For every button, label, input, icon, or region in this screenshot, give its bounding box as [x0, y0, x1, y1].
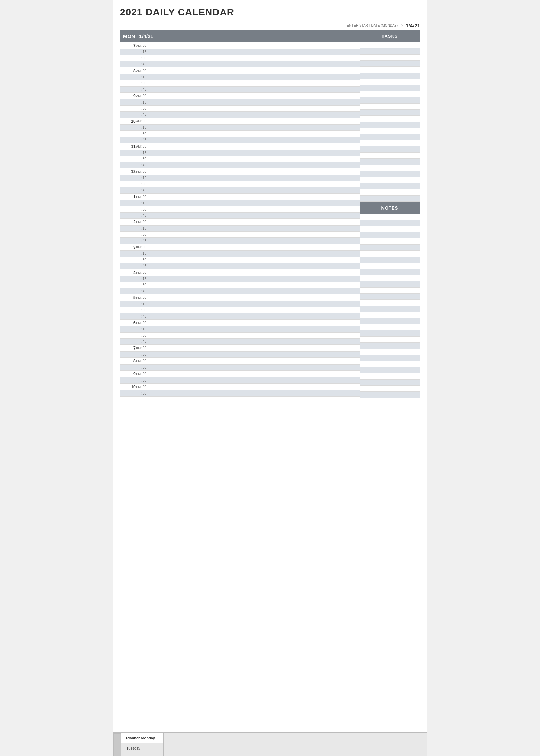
time-row[interactable]: 4PM:00	[120, 269, 360, 276]
event-area[interactable]	[148, 168, 360, 175]
time-row[interactable]: 7PM:00	[120, 345, 360, 352]
note-row[interactable]	[360, 288, 420, 294]
event-area[interactable]	[148, 294, 360, 301]
event-area[interactable]	[148, 194, 360, 200]
time-row[interactable]: :15	[120, 326, 360, 333]
event-area[interactable]	[148, 118, 360, 124]
event-area[interactable]	[148, 339, 360, 344]
time-row[interactable]: :30	[120, 55, 360, 61]
time-row[interactable]: 9PM:00	[120, 371, 360, 377]
note-row[interactable]	[360, 312, 420, 318]
note-row[interactable]	[360, 226, 420, 232]
task-row[interactable]	[360, 79, 420, 85]
note-row[interactable]	[360, 318, 420, 324]
time-row[interactable]: :45	[120, 213, 360, 219]
time-row[interactable]: 10PM:00	[120, 384, 360, 390]
event-area[interactable]	[148, 125, 360, 130]
time-row[interactable]: 8PM:00	[120, 358, 360, 365]
event-area[interactable]	[148, 326, 360, 332]
task-row[interactable]	[360, 104, 420, 110]
time-row[interactable]: :45	[120, 87, 360, 93]
time-row[interactable]: :30	[120, 307, 360, 313]
time-row[interactable]: :30	[120, 377, 360, 384]
event-area[interactable]	[148, 200, 360, 206]
event-area[interactable]	[148, 55, 360, 61]
note-row[interactable]	[360, 355, 420, 361]
task-row[interactable]	[360, 177, 420, 183]
time-row[interactable]: :45	[120, 288, 360, 294]
event-area[interactable]	[148, 257, 360, 263]
event-area[interactable]	[148, 390, 360, 396]
time-row[interactable]: :15	[120, 74, 360, 80]
time-row[interactable]: :15	[120, 175, 360, 181]
event-area[interactable]	[148, 99, 360, 105]
time-row[interactable]: :45	[120, 339, 360, 345]
event-area[interactable]	[148, 269, 360, 276]
tab-nav-prev[interactable]: ▶	[113, 733, 121, 756]
time-row[interactable]: :45	[120, 61, 360, 67]
note-row[interactable]	[360, 251, 420, 257]
time-row[interactable]: :15	[120, 301, 360, 307]
task-row[interactable]	[360, 153, 420, 159]
event-area[interactable]	[148, 131, 360, 137]
event-area[interactable]	[148, 352, 360, 357]
task-row[interactable]	[360, 97, 420, 104]
time-row[interactable]: :30	[120, 80, 360, 87]
time-row[interactable]: :30	[120, 352, 360, 358]
note-row[interactable]	[360, 386, 420, 392]
time-row[interactable]: :30	[120, 390, 360, 397]
task-row[interactable]	[360, 116, 420, 122]
task-row[interactable]	[360, 165, 420, 171]
event-area[interactable]	[148, 238, 360, 244]
time-row[interactable]: :30	[120, 257, 360, 263]
event-area[interactable]	[148, 263, 360, 269]
task-row[interactable]	[360, 140, 420, 146]
task-row[interactable]	[360, 110, 420, 116]
event-area[interactable]	[148, 74, 360, 80]
task-row[interactable]	[360, 61, 420, 67]
time-row[interactable]: :45	[120, 313, 360, 320]
task-row[interactable]	[360, 55, 420, 61]
time-row[interactable]: 10AM:00	[120, 118, 360, 125]
event-area[interactable]	[148, 288, 360, 294]
time-row[interactable]: :30	[120, 333, 360, 339]
event-area[interactable]	[148, 276, 360, 282]
note-row[interactable]	[360, 245, 420, 251]
time-row[interactable]: 5PM:00	[120, 294, 360, 301]
time-row[interactable]: :30	[120, 156, 360, 162]
note-row[interactable]	[360, 330, 420, 337]
time-row[interactable]: 9AM:00	[120, 93, 360, 99]
task-row[interactable]	[360, 171, 420, 177]
task-row[interactable]	[360, 85, 420, 91]
event-area[interactable]	[148, 384, 360, 390]
event-area[interactable]	[148, 187, 360, 193]
event-area[interactable]	[148, 137, 360, 143]
event-area[interactable]	[148, 226, 360, 231]
note-row[interactable]	[360, 263, 420, 269]
task-row[interactable]	[360, 159, 420, 165]
note-row[interactable]	[360, 238, 420, 245]
event-area[interactable]	[148, 93, 360, 99]
event-area[interactable]	[148, 143, 360, 150]
task-row[interactable]	[360, 42, 420, 48]
note-row[interactable]	[360, 275, 420, 281]
event-area[interactable]	[148, 320, 360, 326]
event-area[interactable]	[148, 61, 360, 67]
task-row[interactable]	[360, 48, 420, 55]
tab-tuesday[interactable]: Tuesday	[121, 743, 164, 753]
task-row[interactable]	[360, 134, 420, 140]
note-row[interactable]	[360, 257, 420, 263]
time-row[interactable]: 11AM:00	[120, 143, 360, 150]
note-row[interactable]	[360, 337, 420, 343]
event-area[interactable]	[148, 232, 360, 237]
event-area[interactable]	[148, 87, 360, 92]
event-area[interactable]	[148, 206, 360, 212]
time-row[interactable]: :30	[120, 365, 360, 371]
time-row[interactable]: :30	[120, 131, 360, 137]
note-row[interactable]	[360, 294, 420, 300]
task-row[interactable]	[360, 67, 420, 73]
time-row[interactable]: :15	[120, 125, 360, 131]
event-area[interactable]	[148, 112, 360, 118]
note-row[interactable]	[360, 392, 420, 398]
time-row[interactable]: :30	[120, 282, 360, 288]
